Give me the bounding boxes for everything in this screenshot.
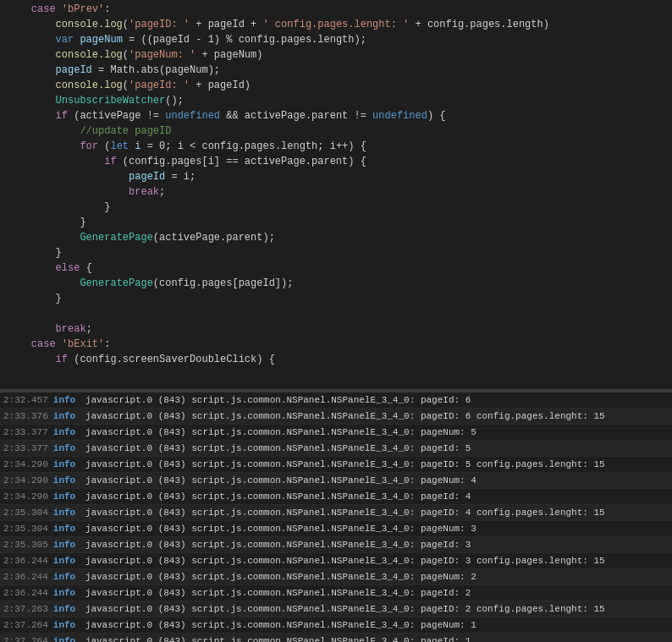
log-level: info bbox=[53, 491, 85, 502]
log-level: info bbox=[53, 395, 85, 405]
log-message: javascript.0 (843) script.js.common.NSPa… bbox=[85, 427, 669, 437]
code-line: case 'bPrev': bbox=[0, 3, 672, 19]
code-line: console.log('pageId: ' + pageId) bbox=[0, 80, 672, 95]
code-editor: case 'bPrev': console.log('pageID: ' + p… bbox=[0, 0, 672, 389]
log-message: javascript.0 (843) script.js.common.NSPa… bbox=[85, 524, 669, 534]
log-level: info bbox=[53, 540, 85, 550]
code-line: if (config.screenSaverDoubleClick) { bbox=[0, 354, 672, 369]
code-line: GeneratePage(activePage.parent); bbox=[0, 232, 672, 247]
log-time: 2:34.290 bbox=[3, 491, 53, 502]
code-line: GeneratePage(config.pages[pageId]); bbox=[0, 277, 672, 293]
code-line: pageId = i; bbox=[0, 171, 672, 186]
log-message: javascript.0 (843) script.js.common.NSPa… bbox=[85, 508, 669, 518]
log-level: info bbox=[53, 572, 85, 582]
log-time: 2:37.264 bbox=[3, 636, 53, 642]
log-row: 2:36.244infojavascript.0 (843) script.js… bbox=[0, 569, 672, 585]
log-message: javascript.0 (843) script.js.common.NSPa… bbox=[85, 636, 669, 642]
log-time: 2:33.376 bbox=[3, 411, 53, 421]
log-time: 2:34.290 bbox=[3, 475, 53, 486]
log-time: 2:36.244 bbox=[3, 572, 53, 582]
log-time: 2:36.244 bbox=[3, 556, 53, 566]
log-row: 2:34.290infojavascript.0 (843) script.js… bbox=[0, 489, 672, 505]
log-level: info bbox=[53, 508, 85, 518]
log-row: 2:37.264infojavascript.0 (843) script.js… bbox=[0, 634, 672, 642]
log-level: info bbox=[53, 588, 85, 598]
log-message: javascript.0 (843) script.js.common.NSPa… bbox=[85, 395, 669, 405]
log-row: 2:35.304infojavascript.0 (843) script.js… bbox=[0, 505, 672, 521]
code-line: case 'bExit': bbox=[0, 338, 672, 354]
code-line: break; bbox=[0, 186, 672, 201]
log-time: 2:37.263 bbox=[3, 604, 53, 614]
log-row: 2:32.457infojavascript.0 (843) script.js… bbox=[0, 392, 672, 409]
log-level: info bbox=[53, 556, 85, 566]
code-line bbox=[0, 308, 672, 323]
code-line: pageId = Math.abs(pageNum); bbox=[0, 64, 672, 80]
log-message: javascript.0 (843) script.js.common.NSPa… bbox=[85, 491, 669, 502]
code-line: } bbox=[0, 293, 672, 308]
log-message: javascript.0 (843) script.js.common.NSPa… bbox=[85, 572, 669, 582]
code-line: else { bbox=[0, 262, 672, 277]
log-row: 2:33.376infojavascript.0 (843) script.js… bbox=[0, 409, 672, 425]
log-message: javascript.0 (843) script.js.common.NSPa… bbox=[85, 540, 669, 550]
code-line: if (config.pages[i] == activePage.parent… bbox=[0, 156, 672, 171]
code-line: UnsubscribeWatcher(); bbox=[0, 95, 672, 110]
log-row: 2:37.263infojavascript.0 (843) script.js… bbox=[0, 601, 672, 617]
log-time: 2:34.290 bbox=[3, 459, 53, 469]
log-message: javascript.0 (843) script.js.common.NSPa… bbox=[85, 411, 669, 421]
code-line: for (let i = 0; i < config.pages.length;… bbox=[0, 140, 672, 156]
log-time: 2:32.457 bbox=[3, 395, 53, 405]
log-message: javascript.0 (843) script.js.common.NSPa… bbox=[85, 459, 669, 469]
log-time: 2:35.304 bbox=[3, 524, 53, 534]
code-line: console.log('pageID: ' + pageId + ' conf… bbox=[0, 19, 672, 34]
code-line: var pageNum = ((pageId - 1) % config.pag… bbox=[0, 34, 672, 49]
log-message: javascript.0 (843) script.js.common.NSPa… bbox=[85, 443, 669, 453]
log-message: javascript.0 (843) script.js.common.NSPa… bbox=[85, 556, 669, 566]
log-level: info bbox=[53, 604, 85, 614]
log-row: 2:34.290infojavascript.0 (843) script.js… bbox=[0, 457, 672, 473]
log-time: 2:33.377 bbox=[3, 427, 53, 437]
log-level: info bbox=[53, 459, 85, 469]
log-level: info bbox=[53, 411, 85, 421]
code-line: } bbox=[0, 247, 672, 262]
log-row: 2:36.244infojavascript.0 (843) script.js… bbox=[0, 585, 672, 601]
log-row: 2:33.377infojavascript.0 (843) script.js… bbox=[0, 441, 672, 457]
log-level: info bbox=[53, 636, 85, 642]
log-time: 2:35.305 bbox=[3, 540, 53, 550]
log-time: 2:35.304 bbox=[3, 508, 53, 518]
log-time: 2:33.377 bbox=[3, 443, 53, 453]
log-level: info bbox=[53, 427, 85, 437]
log-level: info bbox=[53, 443, 85, 453]
log-message: javascript.0 (843) script.js.common.NSPa… bbox=[85, 588, 669, 598]
code-line: } bbox=[0, 201, 672, 217]
log-level: info bbox=[53, 524, 85, 534]
log-time: 2:36.244 bbox=[3, 588, 53, 598]
code-line: //update pageID bbox=[0, 125, 672, 140]
log-message: javascript.0 (843) script.js.common.NSPa… bbox=[85, 475, 669, 486]
log-message: javascript.0 (843) script.js.common.NSPa… bbox=[85, 604, 669, 614]
log-level: info bbox=[53, 475, 85, 486]
log-time: 2:37.264 bbox=[3, 620, 53, 630]
log-panel: 2:32.457infojavascript.0 (843) script.js… bbox=[0, 392, 672, 642]
log-row: 2:34.290infojavascript.0 (843) script.js… bbox=[0, 473, 672, 489]
log-row: 2:35.304infojavascript.0 (843) script.js… bbox=[0, 521, 672, 537]
log-level: info bbox=[53, 620, 85, 630]
code-line: if (activePage != undefined && activePag… bbox=[0, 110, 672, 125]
log-row: 2:37.264infojavascript.0 (843) script.js… bbox=[0, 617, 672, 634]
log-message: javascript.0 (843) script.js.common.NSPa… bbox=[85, 620, 669, 630]
code-line: break; bbox=[0, 323, 672, 338]
log-row: 2:35.305infojavascript.0 (843) script.js… bbox=[0, 537, 672, 553]
code-line: console.log('pageNum: ' + pageNum) bbox=[0, 49, 672, 64]
log-row: 2:36.244infojavascript.0 (843) script.js… bbox=[0, 553, 672, 569]
log-row: 2:33.377infojavascript.0 (843) script.js… bbox=[0, 425, 672, 441]
code-line: } bbox=[0, 217, 672, 232]
